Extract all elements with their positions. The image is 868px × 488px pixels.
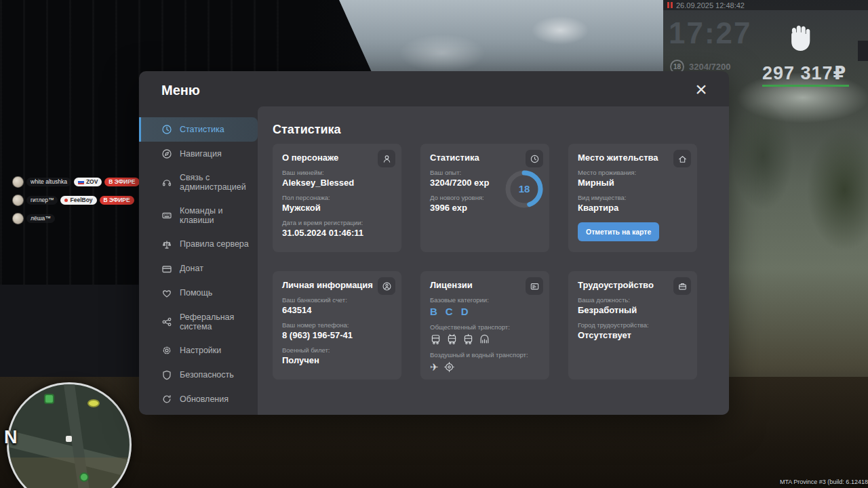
field: Ваш номер телефона: 8 (963) 196-57-41: [282, 321, 392, 340]
sidebar-item-server-rules[interactable]: Правила сервера: [139, 232, 258, 257]
field: Ваш опыт: 3204/7200 exp: [430, 169, 505, 188]
minimap-blip: [44, 394, 54, 404]
card-licenses: Лицензии Базовые категории: B C D Общест…: [420, 271, 549, 380]
home-icon: [673, 150, 691, 167]
sidebar-item-help[interactable]: Помощь: [139, 281, 258, 306]
person-icon: [378, 150, 395, 167]
stream-row: white altushka ZOV В ЭФИРЕ: [12, 176, 140, 188]
plane-icon: ✈: [430, 362, 439, 372]
card-title: Место жительства: [578, 152, 688, 163]
card-title: Лицензии: [430, 280, 540, 290]
compass-icon: [161, 148, 172, 159]
sidebar-item-label: Донат: [180, 264, 203, 273]
field-value: Мирный: [578, 178, 688, 188]
fist-icon: [784, 22, 815, 56]
field-label: До нового уровня:: [430, 194, 505, 201]
card-residence: Место жительства Место проживания: Мирны…: [568, 144, 697, 252]
avatar: [12, 195, 24, 206]
field-label: Дата и время регистрации:: [282, 219, 392, 226]
field-label: Воздушный и водный транспорт:: [430, 351, 540, 359]
sidebar-item-label: Обновления: [180, 394, 229, 404]
server-build-info: MTA Province #3 (build: 6.12418.9: [780, 479, 868, 485]
trolleybus-icon: [446, 333, 458, 345]
field: Общественный транспорт:: [430, 323, 540, 345]
tree: [732, 102, 793, 210]
live-dot-icon: [64, 199, 68, 202]
minimap-blip: [87, 399, 100, 407]
sidebar-item-navigation[interactable]: Навигация: [139, 142, 258, 166]
field-label: Место проживания:: [578, 169, 688, 176]
field: Ваш никнейм: Aleksey_Blessed: [282, 169, 392, 188]
field: Ваш банковский счет: 643514: [282, 296, 392, 315]
field-label: Военный билет:: [282, 346, 392, 354]
field-label: Ваш номер телефона:: [282, 321, 392, 329]
mark-on-map-button[interactable]: Отметить на карте: [578, 222, 659, 241]
card-personal-info: Личная информация Ваш банковский счет: 6…: [273, 271, 401, 380]
bus-icon: [430, 333, 441, 345]
hud-clock: 17:27: [669, 16, 752, 50]
streamer-name: гитлер™: [26, 196, 58, 205]
gear-icon: [161, 345, 172, 356]
category-d: D: [461, 306, 469, 317]
sidebar-item-donate[interactable]: Донат: [139, 257, 258, 281]
card-title: Трудоустройство: [578, 280, 688, 290]
sidebar-item-label: Реферальная система: [180, 312, 252, 332]
ring-level-label: 18: [519, 183, 530, 195]
live-badge: В ЭФИРЕ: [100, 196, 134, 205]
category-c: C: [446, 306, 453, 317]
field-label: Базовые категории:: [430, 296, 540, 304]
person-circle-icon: [378, 277, 395, 295]
field: Место проживания: Мирный: [578, 169, 688, 188]
close-button[interactable]: ×: [692, 81, 710, 98]
field-value: Мужской: [282, 203, 392, 213]
sidebar-item-admin-contact[interactable]: Связь с администрацией: [139, 166, 258, 199]
field-label: Город трудоустройства:: [578, 321, 688, 329]
streamer-name: white altushka: [26, 178, 71, 186]
field-value: Aleksey_Blessed: [282, 178, 392, 188]
field-value: 3204/7200 exp: [430, 178, 505, 188]
hud-top-strip: 26.09.2025 12:48:42: [663, 0, 868, 10]
license-categories: B C D: [430, 306, 540, 317]
sidebar-item-label: Помощь: [180, 288, 212, 298]
clock-icon: [161, 124, 172, 135]
minimap-north-label: N: [4, 427, 18, 448]
field: Ваша должность: Безработный: [578, 296, 688, 315]
sidebar-item-security[interactable]: Безопасность: [139, 363, 258, 387]
money-counter: 297 317₽: [762, 62, 846, 84]
briefcase-icon: [673, 277, 691, 295]
avatar: [12, 176, 24, 188]
field-label: Ваш опыт:: [430, 169, 505, 176]
stream-row: гитлер™ FeelBoy В ЭФИРЕ: [12, 195, 134, 206]
close-icon: ×: [695, 81, 707, 98]
minimap-terrain: [9, 458, 130, 488]
scales-icon: [161, 239, 172, 250]
stats-fields: Ваш опыт: 3204/7200 exp До нового уровня…: [430, 169, 505, 213]
badge-label: FeelBoy: [70, 197, 92, 203]
public-transport-icons: [430, 333, 540, 345]
keyboard-icon: [161, 210, 172, 221]
sidebar-item-statistics[interactable]: Статистика: [139, 117, 258, 142]
tram-icon: [462, 333, 474, 345]
shield-icon: [161, 369, 172, 380]
sidebar-item-label: Навигация: [180, 149, 222, 159]
sidebar-item-commands-keys[interactable]: Команды и клавиши: [139, 199, 258, 232]
id-card-icon: [526, 277, 543, 295]
field-value: Квартира: [578, 203, 688, 213]
card-icon: [161, 264, 172, 274]
heart-icon: [161, 288, 172, 299]
flag-icon: [78, 180, 84, 184]
clock-icon: [526, 150, 543, 167]
card-title: Личная информация: [282, 280, 392, 290]
field: Пол персонажа: Мужской: [282, 194, 392, 213]
field-value: 643514: [282, 305, 392, 315]
share-icon: [161, 317, 172, 327]
sidebar-item-updates[interactable]: Обновления: [139, 387, 258, 411]
xp-progress-ring: 18: [505, 169, 544, 209]
sidebar-item-settings[interactable]: Настройки: [139, 338, 258, 363]
card-employment: Трудоустройство Ваша должность: Безработ…: [568, 271, 697, 380]
recording-icon: [667, 2, 673, 8]
field-label: Общественный транспорт:: [430, 323, 540, 331]
xp-counter: 3204/7200: [689, 62, 730, 72]
air-water-transport-icons: ✈: [430, 361, 540, 373]
sidebar-item-referral[interactable]: Реферальная система: [139, 306, 258, 339]
